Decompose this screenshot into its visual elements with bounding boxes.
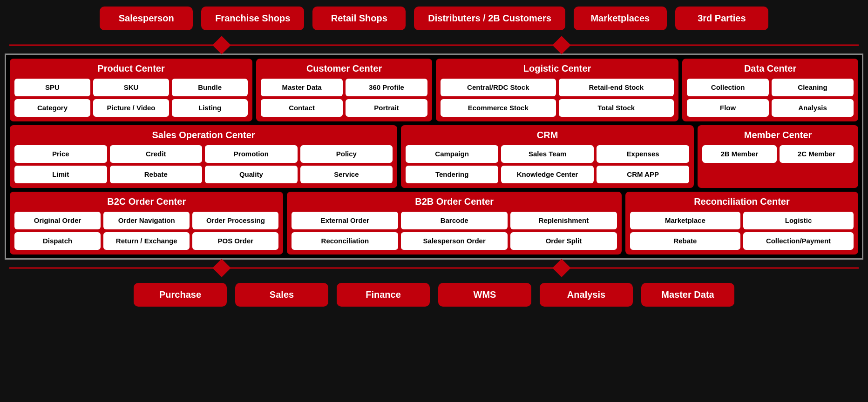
b2b-order-center: B2B Order Center External Order Barcode … [287,192,621,255]
rebate-recon-btn[interactable]: Rebate [630,232,740,250]
product-center-row1: SPU SKU Bundle [14,79,248,96]
b2b-order-row1: External Order Barcode Replenishment [292,212,617,229]
top-bar: Salesperson Franchise Shops Retail Shops… [0,0,868,37]
marketplace-recon-btn[interactable]: Marketplace [630,212,740,229]
diamond-right-bottom [552,259,571,277]
analysis-btn[interactable]: Analysis [772,99,854,117]
recon-center-title: Reconciliation Center [630,196,854,207]
diamond-right-top [552,36,571,54]
bottom-connector [9,260,859,276]
quality-btn[interactable]: Quality [205,166,298,183]
picture-video-btn[interactable]: Picture / Video [93,99,169,117]
marketplaces-button[interactable]: Marketplaces [574,7,667,30]
order-processing-btn[interactable]: Order Processing [192,212,278,229]
customer-center-title: Customer Center [261,63,427,74]
member-center-row1: 2B Member 2C Member [702,145,854,163]
spu-btn[interactable]: SPU [14,79,90,96]
recon-center-row2: Rebate Collection/Payment [630,232,854,250]
2b-member-btn[interactable]: 2B Member [702,145,776,163]
data-center: Data Center Collection Cleaning Flow Ana… [682,59,858,121]
customer-center-row1: Master Data 360 Profile [261,79,427,96]
diamond-left-top [212,36,231,54]
recon-center: Reconciliation Center Marketplace Logist… [625,192,858,255]
crm-row1: Campaign Sales Team Expenses [406,145,689,163]
barcode-btn[interactable]: Barcode [401,212,508,229]
original-order-btn[interactable]: Original Order [14,212,101,229]
connector-line-top [9,45,859,46]
crm-app-btn[interactable]: CRM APP [597,166,689,183]
collection-btn[interactable]: Collection [687,79,769,96]
logistic-center: Logistic Center Central/RDC Stock Retail… [436,59,678,121]
logistic-center-row2: Ecommerce Stock Total Stock [441,99,674,117]
retail-shops-button[interactable]: Retail Shops [312,7,406,30]
logistic-recon-btn[interactable]: Logistic [743,212,854,229]
credit-btn[interactable]: Credit [110,145,203,163]
category-btn[interactable]: Category [14,99,90,117]
pos-order-btn[interactable]: POS Order [192,232,278,250]
customer-center-row2: Contact Portrait [261,99,427,117]
contact-btn[interactable]: Contact [261,99,343,117]
reconciliation-b2b-btn[interactable]: Reconciliation [292,232,398,250]
limit-btn[interactable]: Limit [14,166,107,183]
flow-btn[interactable]: Flow [687,99,769,117]
third-parties-button[interactable]: 3rd Parties [675,7,768,30]
row3: B2C Order Center Original Order Order Na… [10,192,858,255]
bottom-bar: Purchase Sales Finance WMS Analysis Mast… [0,276,868,313]
dispatch-btn[interactable]: Dispatch [14,232,101,250]
policy-btn[interactable]: Policy [300,145,393,163]
expenses-btn[interactable]: Expenses [597,145,689,163]
sales-button[interactable]: Sales [235,283,328,307]
b2b-order-title: B2B Order Center [292,196,617,207]
sales-op-title: Sales Operation Center [14,130,393,141]
knowledge-center-btn[interactable]: Knowledge Center [501,166,594,183]
crm-title: CRM [406,130,689,141]
product-center-title: Product Center [14,63,248,74]
sales-team-btn[interactable]: Sales Team [501,145,594,163]
distributors-button[interactable]: Distributers / 2B Customers [414,7,565,30]
analysis-bottom-button[interactable]: Analysis [540,283,633,307]
external-order-btn[interactable]: External Order [292,212,398,229]
central-rdc-stock-btn[interactable]: Central/RDC Stock [441,79,556,96]
rebate-btn[interactable]: Rebate [110,166,203,183]
retail-end-stock-btn[interactable]: Retail-end Stock [559,79,674,96]
cleaning-btn[interactable]: Cleaning [772,79,854,96]
master-data-bottom-button[interactable]: Master Data [641,283,734,307]
sales-op-row1: Price Credit Promotion Policy [14,145,393,163]
return-exchange-btn[interactable]: Return / Exchange [103,232,190,250]
360-profile-btn[interactable]: 360 Profile [346,79,427,96]
campaign-btn[interactable]: Campaign [406,145,498,163]
tendering-btn[interactable]: Tendering [406,166,498,183]
sku-btn[interactable]: SKU [93,79,169,96]
service-btn[interactable]: Service [300,166,393,183]
member-center-title: Member Center [702,130,854,141]
promotion-btn[interactable]: Promotion [205,145,298,163]
top-connector [9,37,859,54]
salesperson-button[interactable]: Salesperson [100,7,193,30]
row2: Sales Operation Center Price Credit Prom… [10,125,858,188]
crm-center: CRM Campaign Sales Team Expenses Tenderi… [401,125,694,188]
2c-member-btn[interactable]: 2C Member [780,145,854,163]
logistic-center-title: Logistic Center [441,63,674,74]
franchise-shops-button[interactable]: Franchise Shops [201,7,304,30]
b2c-order-center: B2C Order Center Original Order Order Na… [10,192,283,255]
recon-center-row1: Marketplace Logistic [630,212,854,229]
data-center-row1: Collection Cleaning [687,79,854,96]
purchase-button[interactable]: Purchase [134,283,227,307]
order-navigation-btn[interactable]: Order Navigation [103,212,190,229]
ecommerce-stock-btn[interactable]: Ecommerce Stock [441,99,556,117]
total-stock-btn[interactable]: Total Stock [559,99,674,117]
bundle-btn[interactable]: Bundle [172,79,248,96]
listing-btn[interactable]: Listing [172,99,248,117]
master-data-btn[interactable]: Master Data [261,79,343,96]
order-split-btn[interactable]: Order Split [510,232,617,250]
salesperson-order-btn[interactable]: Salesperson Order [401,232,508,250]
crm-row2: Tendering Knowledge Center CRM APP [406,166,689,183]
replenishment-btn[interactable]: Replenishment [510,212,617,229]
logistic-center-row1: Central/RDC Stock Retail-end Stock [441,79,674,96]
price-btn[interactable]: Price [14,145,107,163]
collection-payment-btn[interactable]: Collection/Payment [743,232,854,250]
row1: Product Center SPU SKU Bundle Category P… [10,59,858,121]
finance-button[interactable]: Finance [337,283,430,307]
wms-button[interactable]: WMS [438,283,531,307]
portrait-btn[interactable]: Portrait [346,99,427,117]
